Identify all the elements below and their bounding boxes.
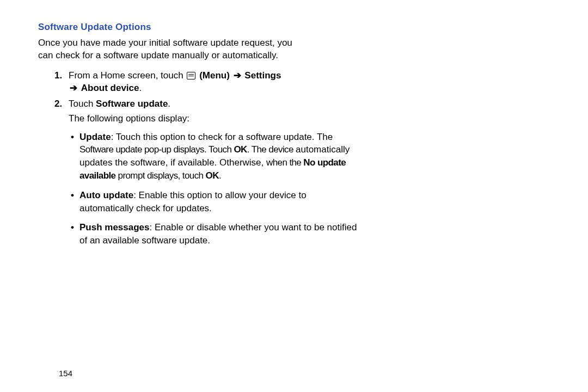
options-list: Update: Touch this option to check for a… xyxy=(71,131,359,247)
page-number: 154 xyxy=(59,369,72,378)
step2-follow: The following options display: xyxy=(69,113,338,125)
option-title: Auto update xyxy=(79,190,133,200)
period: . xyxy=(139,83,142,93)
option-text: prompt displays, touch xyxy=(118,170,204,181)
arrow-icon: ➔ xyxy=(69,83,78,93)
option-text: when the xyxy=(266,157,301,168)
software-update-label: Software update xyxy=(96,99,168,109)
option-text: : Touch this option to check for a softw… xyxy=(111,132,333,142)
option-text: The device xyxy=(252,144,293,155)
step-2: 2. Touch Software update. The following … xyxy=(54,98,338,125)
menu-icon xyxy=(187,72,195,79)
menu-label: (Menu) xyxy=(199,70,230,81)
step-body: Touch Software update. The following opt… xyxy=(69,98,338,125)
step-1: 1. From a Home screen, touch (Menu) ➔ Se… xyxy=(54,70,338,95)
option-text: Software update pop-up displays. Touch xyxy=(79,144,231,155)
settings-label: Settings xyxy=(244,70,281,81)
about-device-label: About device xyxy=(81,83,139,93)
option-auto-update: Auto update: Enable this option to allow… xyxy=(71,189,359,215)
step-body: From a Home screen, touch (Menu) ➔ Setti… xyxy=(69,70,338,95)
manual-page: Software Update Options Once you have ma… xyxy=(0,0,588,392)
period: . xyxy=(168,99,170,109)
steps-list: 1. From a Home screen, touch (Menu) ➔ Se… xyxy=(54,70,338,125)
step2-pre: Touch xyxy=(69,99,93,109)
section-heading: Software Update Options xyxy=(38,22,555,33)
step-number: 2. xyxy=(54,98,69,125)
ok-label: OK xyxy=(234,144,247,155)
ok-label: OK xyxy=(206,170,219,181)
intro-paragraph: Once you have made your initial software… xyxy=(38,37,294,62)
step-number: 1. xyxy=(54,70,69,95)
option-push-messages: Push messages: Enable or disable whether… xyxy=(71,221,359,247)
step1-pre: From a Home screen, touch xyxy=(69,70,183,81)
option-title: Update xyxy=(79,132,111,142)
option-update: Update: Touch this option to check for a… xyxy=(71,131,359,182)
option-title: Push messages xyxy=(79,222,150,232)
arrow-icon: ➔ xyxy=(232,70,242,81)
